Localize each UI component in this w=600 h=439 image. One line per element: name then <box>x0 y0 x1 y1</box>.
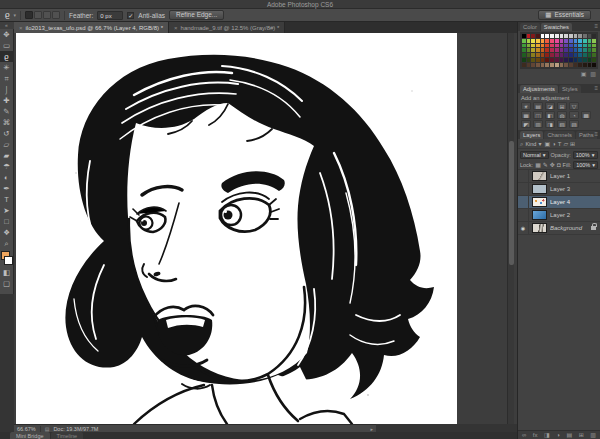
swatch-cell[interactable] <box>560 58 564 62</box>
swatch-cell[interactable] <box>578 63 582 67</box>
background-color-swatch[interactable] <box>4 256 13 265</box>
layer-row[interactable]: Layer 3 <box>518 183 600 196</box>
visibility-toggle[interactable] <box>518 170 529 183</box>
swatch-cell[interactable] <box>522 34 526 38</box>
swatch-cell[interactable] <box>536 48 540 52</box>
visibility-toggle[interactable] <box>518 183 529 196</box>
swatch-cell[interactable] <box>569 63 573 67</box>
layer-thumbnail[interactable] <box>532 210 547 220</box>
swatch-cell[interactable] <box>545 44 549 48</box>
opacity-select[interactable]: 100% ▾ <box>573 151 598 159</box>
swatch-cell[interactable] <box>531 53 535 57</box>
swatch-cell[interactable] <box>522 39 526 43</box>
black-white-icon[interactable]: ◧ <box>545 111 555 119</box>
tool-gradient[interactable]: ▰ <box>0 150 14 161</box>
swatch-cell[interactable] <box>550 44 554 48</box>
swatch-cell[interactable] <box>527 44 531 48</box>
filter-pixel-layers-icon[interactable]: ▣ <box>544 140 550 148</box>
tool-lasso[interactable]: ϱ <box>0 51 14 62</box>
swatch-cell[interactable] <box>592 48 596 52</box>
lasso-tool-icon[interactable]: ϱ <box>5 10 10 20</box>
swatch-cell[interactable] <box>545 63 549 67</box>
swatch-cell[interactable] <box>564 44 568 48</box>
swatch-cell[interactable] <box>578 58 582 62</box>
layer-row[interactable]: ◉ Background <box>518 222 600 235</box>
selective-color-icon[interactable]: ▨ <box>569 120 579 128</box>
lock-all-icon[interactable]: ◘ <box>557 161 561 169</box>
tool-move[interactable]: ✥ <box>0 29 14 40</box>
chevron-down-icon[interactable]: ▾ <box>538 140 541 148</box>
new-layer-icon[interactable]: ⊞ <box>579 431 584 439</box>
swatch-cell[interactable] <box>527 53 531 57</box>
gradient-map-icon[interactable]: ▧ <box>557 120 567 128</box>
layer-thumbnail[interactable] <box>532 197 547 207</box>
swatch-cell[interactable] <box>550 63 554 67</box>
swatch-cell[interactable] <box>574 34 578 38</box>
swatch-cell[interactable] <box>583 39 587 43</box>
swatch-cell[interactable] <box>541 63 545 67</box>
color-lookup-icon[interactable]: ▩ <box>581 111 591 119</box>
swatch-cell[interactable] <box>560 53 564 57</box>
swatch-cell[interactable] <box>555 58 559 62</box>
delete-layer-icon[interactable]: ▥ <box>590 431 596 439</box>
swatch-cell[interactable] <box>545 58 549 62</box>
panel-menu-icon[interactable]: ≡ <box>594 85 598 91</box>
tool-shape[interactable]: □ <box>0 216 14 227</box>
tab-mini-bridge[interactable]: Mini Bridge <box>10 432 50 439</box>
swatch-cell[interactable] <box>564 63 568 67</box>
new-group-icon[interactable]: ▤ <box>567 431 573 439</box>
swatch-cell[interactable] <box>531 39 535 43</box>
swatch-cell[interactable] <box>536 39 540 43</box>
swatch-cell[interactable] <box>541 58 545 62</box>
swatch-cell[interactable] <box>536 34 540 38</box>
tab-layers[interactable]: Layers <box>520 131 543 139</box>
layer-name[interactable]: Background <box>550 225 591 231</box>
swatch-cell[interactable] <box>527 39 531 43</box>
swatch-cell[interactable] <box>560 63 564 67</box>
visibility-toggle[interactable] <box>518 196 529 209</box>
swatch-cell[interactable] <box>592 63 596 67</box>
swatch-cell[interactable] <box>564 39 568 43</box>
swatch-cell[interactable] <box>555 34 559 38</box>
tool-spot-healing-brush[interactable]: ✚ <box>0 95 14 106</box>
swatch-cell[interactable] <box>560 39 564 43</box>
swatch-cell[interactable] <box>560 34 564 38</box>
swatch-cell[interactable] <box>550 58 554 62</box>
intersect-selection-button[interactable] <box>52 11 60 19</box>
document-tab[interactable]: × handmade_9.tif @ 12.5% (Gray/8#) * <box>169 22 285 33</box>
tool-quick-selection[interactable]: ✳ <box>0 62 14 73</box>
swatch-cell[interactable] <box>555 44 559 48</box>
swatch-cell[interactable] <box>545 39 549 43</box>
swatch-cell[interactable] <box>560 48 564 52</box>
exposure-icon[interactable]: ⊞ <box>557 102 567 110</box>
photo-filter-icon[interactable]: ◍ <box>557 111 567 119</box>
swatch-cell[interactable] <box>555 48 559 52</box>
swatch-cell[interactable] <box>583 34 587 38</box>
swatch-cell[interactable] <box>555 53 559 57</box>
swatch-cell[interactable] <box>527 63 531 67</box>
swatch-cell[interactable] <box>588 58 592 62</box>
filter-type-layers-icon[interactable]: T <box>558 140 562 148</box>
refine-edge-button[interactable]: Refine Edge... <box>169 10 224 20</box>
swatch-cell[interactable] <box>574 44 578 48</box>
swatch-cell[interactable] <box>569 53 573 57</box>
tool-zoom[interactable]: ⌕ <box>0 238 14 249</box>
layer-row[interactable]: Layer 1 <box>518 170 600 183</box>
swatch-cell[interactable] <box>569 48 573 52</box>
swatch-cell[interactable] <box>588 44 592 48</box>
swatch-cell[interactable] <box>564 53 568 57</box>
tool-hand[interactable]: ❖ <box>0 227 14 238</box>
tool-history-brush[interactable]: ↺ <box>0 128 14 139</box>
swatch-cell[interactable] <box>522 53 526 57</box>
swatch-cell[interactable] <box>531 58 535 62</box>
subtract-from-selection-button[interactable] <box>43 11 51 19</box>
add-layer-mask-icon[interactable]: ◨ <box>544 431 550 439</box>
swatch-cell[interactable] <box>578 48 582 52</box>
swatch-cell[interactable] <box>588 39 592 43</box>
layer-name[interactable]: Layer 1 <box>550 173 600 179</box>
document-canvas[interactable] <box>16 33 457 424</box>
layer-name[interactable]: Layer 4 <box>550 199 600 205</box>
vibrance-icon[interactable]: ▽ <box>569 102 579 110</box>
blend-mode-select[interactable]: Normal ▾ <box>520 151 549 159</box>
swatch-cell[interactable] <box>545 53 549 57</box>
